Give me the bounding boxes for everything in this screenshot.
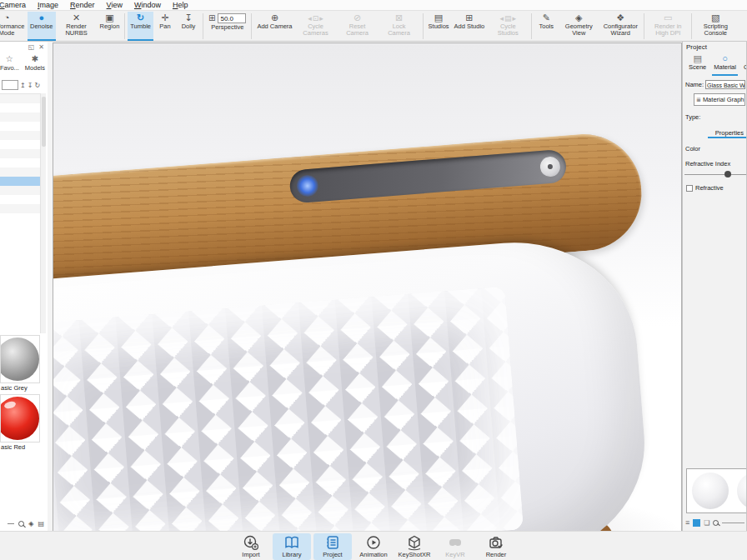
button-label: KeyVR: [445, 551, 464, 558]
menu-camera[interactable]: Camera: [0, 1, 32, 9]
cycle-cameras-button[interactable]: ◂ ⊡ ▸ Cycle Cameras: [295, 12, 337, 41]
list-item[interactable]: [0, 103, 40, 112]
menu-view[interactable]: View: [101, 1, 128, 9]
lock-camera-button[interactable]: ⊠ Lock Camera: [379, 12, 420, 41]
material-name-input[interactable]: Glass Basic White: [705, 80, 745, 89]
list-item[interactable]: [0, 204, 40, 213]
library-panel: ◱ ✕ ☆ Favo... ✱ Models ↥ ↧ ↻ asic Grey: [0, 42, 48, 531]
star-icon: ☆: [6, 54, 13, 63]
list-item[interactable]: [0, 195, 40, 204]
keyvr-button[interactable]: KeyVR: [436, 533, 474, 560]
menu-image[interactable]: Image: [32, 1, 64, 9]
refractive-checkbox[interactable]: [686, 185, 693, 192]
project-icon: [324, 534, 341, 551]
material-thumb-red[interactable]: [0, 394, 40, 442]
tab-label: Material: [714, 63, 736, 71]
region-button[interactable]: ▣ Region: [98, 12, 123, 41]
library-button[interactable]: Library: [273, 533, 311, 560]
list-item[interactable]: [0, 186, 40, 195]
library-search-input[interactable]: [2, 80, 18, 90]
models-icon: ✱: [32, 54, 38, 63]
tab-camera[interactable]: ⊡ Camera: [744, 53, 747, 74]
fov-input[interactable]: [218, 13, 246, 23]
list-item[interactable]: [0, 94, 40, 103]
close-icon[interactable]: ✕: [38, 43, 44, 52]
geometry-view-button[interactable]: ◈ Geometry View: [558, 12, 599, 41]
menu-help[interactable]: Help: [167, 1, 194, 9]
pan-button[interactable]: ✛ Pan: [153, 12, 177, 41]
denoise-button[interactable]: ● Denoise: [28, 12, 56, 41]
refresh-icon[interactable]: ↻: [34, 82, 40, 89]
tab-scene[interactable]: ▤ Scene: [689, 53, 706, 74]
menu-window[interactable]: Window: [128, 1, 167, 9]
animation-icon: [365, 534, 382, 551]
list-item[interactable]: [0, 158, 40, 168]
preview-zoom-icon[interactable]: [713, 520, 719, 526]
preview-zoom-slider[interactable]: [722, 522, 744, 523]
list-item[interactable]: [0, 131, 40, 140]
speaker-facet-texture: [53, 287, 524, 531]
tab-properties[interactable]: Properties: [683, 129, 746, 137]
export-from-library-icon[interactable]: ↧: [28, 82, 33, 89]
perspective-icon: ⊞: [208, 13, 215, 24]
keyshotxr-button[interactable]: KeyShotXR: [395, 533, 434, 560]
keyvr-icon: [447, 534, 464, 551]
scripting-console-button[interactable]: ▧ Scripting Console: [694, 12, 736, 41]
library-scrollbar[interactable]: [40, 93, 46, 333]
button-label: Library: [283, 551, 302, 558]
studios-button[interactable]: ▤ Studios: [426, 12, 452, 41]
button-label: Render NURBS: [58, 23, 95, 37]
name-label: Name:: [685, 81, 704, 88]
material-preview-sphere: [737, 472, 747, 509]
tumble-button[interactable]: ↻ Tumble: [128, 12, 153, 41]
material-graph-button[interactable]: ≣ Material Graph: [694, 93, 745, 106]
toolbar-separator: [644, 13, 644, 39]
magnifier-icon[interactable]: [18, 521, 24, 527]
list-item[interactable]: [0, 149, 40, 158]
import-button[interactable]: Import: [232, 533, 270, 560]
tab-material[interactable]: ○ Material: [714, 53, 736, 74]
list-item[interactable]: [0, 122, 40, 131]
toolbar-separator: [251, 13, 252, 39]
menu-render[interactable]: Render: [64, 1, 101, 9]
toolbar-separator: [124, 13, 125, 39]
list-item[interactable]: [0, 112, 40, 122]
dolly-button[interactable]: ↧ Dolly: [177, 12, 200, 41]
realtime-viewport[interactable]: [53, 42, 682, 531]
button-label: Scripting Console: [697, 23, 734, 37]
configurator-wizard-button[interactable]: ❖ Configurator Wizard: [599, 12, 641, 41]
animation-button[interactable]: Animation: [354, 533, 393, 560]
render-nurbs-button[interactable]: ✕ Render NURBS: [56, 12, 98, 41]
list-view-icon[interactable]: ≡: [685, 518, 689, 527]
tab-models[interactable]: ✱ Models: [25, 54, 45, 77]
reset-camera-button[interactable]: ⊘ Reset Camera: [337, 12, 379, 41]
keyshotxr-icon: [406, 534, 423, 551]
tools-button[interactable]: ✎ Tools: [534, 12, 558, 41]
grid-view-icon[interactable]: [693, 519, 700, 527]
list-item[interactable]: [0, 177, 40, 186]
refractive-index-label: Refractive Index: [683, 160, 746, 168]
project-button[interactable]: Project: [313, 533, 352, 560]
list-item[interactable]: [0, 168, 40, 177]
slider-handle[interactable]: [724, 171, 731, 178]
add-studio-button[interactable]: ⊞ Add Studio: [452, 12, 488, 41]
material-preview-strip[interactable]: [686, 468, 747, 513]
folder-icon[interactable]: ▤: [38, 520, 44, 528]
arrow-left-icon: ◂: [499, 15, 504, 22]
tab-favorites[interactable]: ☆ Favo...: [0, 54, 19, 77]
render-high-dpi-button[interactable]: ▭ Render in High DPI: [647, 12, 689, 41]
thumbnail-zoom-slider[interactable]: [8, 523, 14, 524]
thumbnail-view-icon[interactable]: ❏: [704, 519, 709, 527]
refractive-checkbox-row: Refractive: [683, 184, 746, 192]
import-to-library-icon[interactable]: ↥: [20, 82, 26, 89]
float-window-icon[interactable]: ◱: [28, 43, 35, 52]
cycle-studios-button[interactable]: ◂ ▤ ▸ Cycle Studios: [487, 12, 529, 41]
performance-mode-button[interactable]: ◔ Performance Mode: [0, 12, 28, 41]
add-camera-button[interactable]: ⊕ Add Camera: [254, 12, 294, 41]
environment-icon[interactable]: ◈: [28, 520, 33, 528]
render-button[interactable]: Render: [477, 533, 515, 560]
button-label: Project: [323, 551, 342, 558]
material-thumb-grey[interactable]: [0, 335, 40, 383]
list-item[interactable]: [0, 140, 40, 149]
refractive-index-slider[interactable]: [684, 170, 744, 178]
